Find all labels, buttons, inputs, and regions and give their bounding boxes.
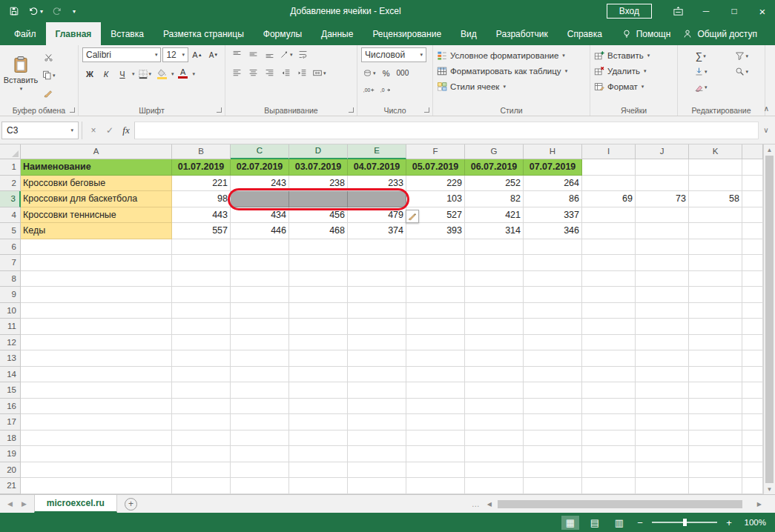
cell[interactable]	[21, 319, 172, 335]
row-header[interactable]: 12	[0, 335, 21, 351]
column-header[interactable]: B	[172, 144, 231, 159]
column-header[interactable]: E	[348, 144, 406, 159]
cell[interactable]	[689, 382, 742, 399]
cell[interactable]	[742, 414, 763, 430]
cell[interactable]	[348, 255, 406, 271]
cell[interactable]	[582, 223, 636, 239]
page-break-view-button[interactable]: ▥	[610, 516, 628, 530]
cell[interactable]	[289, 446, 348, 462]
cell[interactable]	[406, 446, 465, 462]
tab-data[interactable]: Данные	[311, 22, 363, 45]
cell[interactable]	[524, 478, 582, 494]
cell[interactable]: 04.07.2019	[348, 159, 406, 176]
insert-options-button[interactable]	[406, 210, 419, 223]
new-sheet-button[interactable]: +	[125, 498, 137, 511]
cell[interactable]	[21, 350, 172, 367]
row-header[interactable]: 6	[0, 239, 21, 256]
cell[interactable]	[289, 430, 348, 447]
cell[interactable]	[406, 319, 465, 335]
row-header[interactable]: 7	[0, 255, 21, 271]
cell[interactable]	[636, 319, 689, 335]
zoom-level[interactable]: 100%	[741, 518, 766, 527]
cell[interactable]	[689, 255, 742, 271]
cell[interactable]	[742, 223, 763, 239]
cell[interactable]	[636, 399, 689, 415]
cell[interactable]	[406, 462, 465, 479]
cell[interactable]	[582, 287, 636, 303]
cell[interactable]	[742, 287, 763, 303]
row-header[interactable]: 14	[0, 367, 21, 383]
insert-function-button[interactable]: fx	[118, 122, 134, 139]
cell[interactable]	[231, 399, 289, 415]
cell[interactable]	[636, 430, 689, 447]
cell[interactable]	[689, 303, 742, 319]
cell[interactable]: 374	[348, 223, 406, 239]
font-size-combo[interactable]: 12 ▾	[162, 47, 188, 62]
cell[interactable]	[348, 478, 406, 494]
cell[interactable]	[406, 303, 465, 319]
vertical-scrollbar[interactable]: ▲ ▼	[763, 144, 775, 494]
cell[interactable]	[172, 430, 231, 447]
row-header[interactable]: 19	[0, 446, 21, 462]
cell[interactable]	[406, 350, 465, 367]
cell[interactable]: 337	[524, 207, 582, 224]
fill-color-button[interactable]	[154, 67, 169, 81]
delete-cells-button[interactable]: Удалить ▾	[594, 63, 673, 79]
cell[interactable]	[524, 335, 582, 351]
align-right-button[interactable]	[262, 66, 277, 80]
cell[interactable]: 58	[689, 191, 742, 207]
cell[interactable]	[636, 159, 689, 176]
column-header[interactable]: J	[636, 144, 689, 159]
cell[interactable]	[231, 287, 289, 303]
cell[interactable]	[636, 287, 689, 303]
increase-indent-button[interactable]	[294, 66, 309, 80]
align-top-button[interactable]	[229, 47, 244, 61]
cell[interactable]	[465, 350, 524, 367]
cell[interactable]	[172, 239, 231, 256]
cell[interactable]	[348, 350, 406, 367]
cell[interactable]	[289, 462, 348, 479]
scroll-right-icon[interactable]: ▶	[757, 501, 762, 508]
cell[interactable]: 103	[406, 191, 465, 207]
cell[interactable]	[231, 462, 289, 479]
cell[interactable]	[582, 478, 636, 494]
cell[interactable]	[172, 399, 231, 415]
cell[interactable]	[348, 191, 406, 207]
cell[interactable]: 456	[289, 207, 348, 224]
cell[interactable]	[231, 271, 289, 287]
row-header[interactable]: 17	[0, 414, 21, 430]
cell[interactable]	[582, 335, 636, 351]
cell[interactable]	[348, 239, 406, 256]
row-header[interactable]: 21	[0, 478, 21, 494]
cell[interactable]	[465, 430, 524, 447]
cell[interactable]	[689, 478, 742, 494]
cell[interactable]	[524, 239, 582, 256]
cell[interactable]	[231, 446, 289, 462]
undo-button[interactable]: ▾	[28, 6, 43, 16]
cell[interactable]: 01.07.2019	[172, 159, 231, 176]
comma-style-button[interactable]: 000	[395, 66, 411, 80]
cell[interactable]	[231, 478, 289, 494]
horizontal-scrollbar[interactable]: … ◀ ▶	[472, 495, 775, 513]
cell[interactable]	[348, 430, 406, 447]
cell[interactable]	[289, 303, 348, 319]
sheet-tab-active[interactable]: microexcel.ru	[34, 495, 117, 513]
cell[interactable]	[582, 255, 636, 271]
increase-font-icon[interactable]: А▲	[190, 48, 205, 62]
cell[interactable]: 229	[406, 176, 465, 192]
cell[interactable]	[231, 367, 289, 383]
tab-file[interactable]: Файл	[4, 22, 46, 45]
cell[interactable]	[582, 350, 636, 367]
row-header[interactable]: 16	[0, 399, 21, 415]
cell[interactable]	[289, 271, 348, 287]
cell[interactable]	[406, 271, 465, 287]
row-header[interactable]: 20	[0, 462, 21, 479]
zoom-slider[interactable]	[652, 522, 717, 523]
cell[interactable]	[172, 382, 231, 399]
cell[interactable]	[172, 287, 231, 303]
cell[interactable]: 03.07.2019	[289, 159, 348, 176]
row-header[interactable]: 18	[0, 430, 21, 447]
cell[interactable]	[406, 430, 465, 447]
dialog-launcher-icon[interactable]	[70, 107, 75, 113]
scroll-up-icon[interactable]: ▲	[767, 144, 773, 155]
